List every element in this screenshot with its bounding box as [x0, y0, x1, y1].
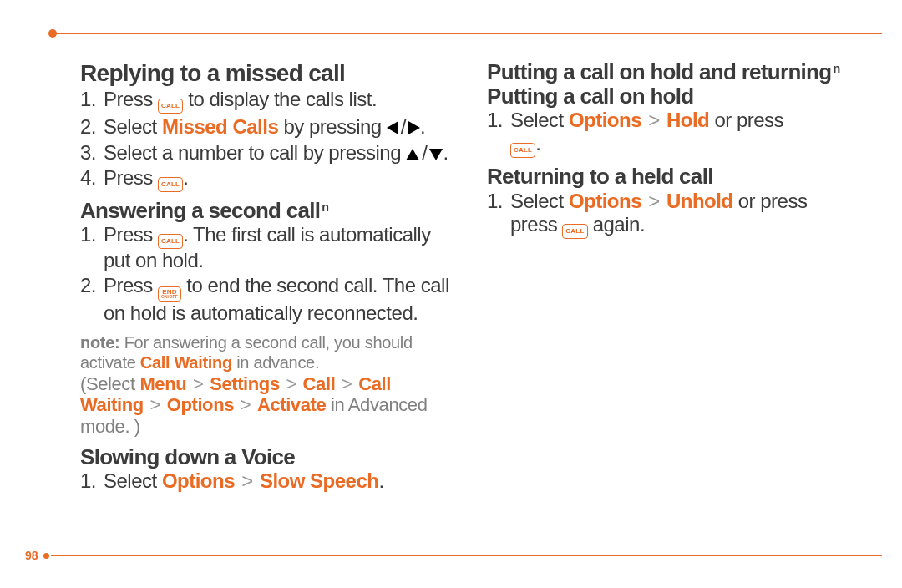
parenthetical-activate-path: (Select Menu > Settings > Call > Call Wa…	[80, 373, 459, 438]
footnote-n-icon: n	[833, 63, 839, 75]
step-second-1: 1. Press CALL. The first call is automat…	[80, 223, 459, 274]
step-missed-3: 3. Select a number to call by pressing /…	[80, 141, 459, 166]
heading-slow-voice: Slowing down a Voice	[80, 445, 459, 469]
step-missed-2: 2. Select Missed Calls by pressing /.	[80, 115, 459, 140]
list-return: 1. Select Options > Unhold or press pres…	[487, 190, 865, 241]
step-second-2: 2. Press ENDON/OFF to end the second cal…	[80, 274, 459, 327]
nav-up-icon	[406, 149, 419, 160]
page-number: 98	[25, 549, 38, 563]
footnote-n-icon: n	[322, 201, 328, 214]
step-slow-1: 1. Select Options > Slow Speech.	[80, 469, 459, 494]
footer: 98	[25, 549, 882, 563]
rule-dot-icon	[48, 29, 57, 38]
step-missed-4: 4. Press CALL.	[80, 166, 459, 194]
step-return-1: 1. Select Options > Unhold or press pres…	[487, 190, 865, 241]
nav-down-icon	[429, 149, 443, 160]
list-missed: 1. Press CALL to display the calls list.…	[80, 88, 459, 194]
top-rule	[53, 33, 882, 34]
heading-answering-second: Answering a second calln	[80, 199, 459, 222]
nav-left-icon	[387, 121, 398, 134]
call-key-icon: CALL	[158, 99, 183, 114]
note-call-waiting: note: For answering a second call, you s…	[80, 333, 459, 373]
end-key-icon: ENDON/OFF	[158, 286, 181, 302]
call-key-icon: CALL	[158, 234, 183, 249]
footer-dot-icon	[43, 553, 49, 559]
hl-call-waiting: Call Waiting	[140, 353, 232, 372]
list-slow: 1. Select Options > Slow Speech.	[80, 469, 459, 494]
list-hold: 1. Select Options > Hold or press CALL.	[487, 109, 865, 160]
nav-right-icon	[408, 121, 420, 134]
call-key-icon: CALL	[510, 143, 535, 158]
footer-rule	[51, 555, 882, 557]
heading-put-on-hold: Putting a call on hold	[487, 84, 865, 108]
step-missed-1: 1. Press CALL to display the calls list.	[80, 88, 459, 115]
heading-return-held: Returning to a held call	[487, 165, 865, 188]
heading-replying-missed: Replying to a missed call	[80, 60, 459, 86]
list-second: 1. Press CALL. The first call is automat…	[80, 223, 459, 327]
step-hold-1: 1. Select Options > Hold or press CALL.	[487, 109, 865, 160]
hl-missed-calls: Missed Calls	[162, 115, 278, 138]
heading-hold-and-return: Putting a call on hold and returningn	[487, 60, 865, 84]
content-columns: Replying to a missed call 1. Press CALL …	[80, 60, 865, 530]
call-key-icon: CALL	[562, 224, 587, 239]
call-key-icon: CALL	[158, 177, 183, 192]
